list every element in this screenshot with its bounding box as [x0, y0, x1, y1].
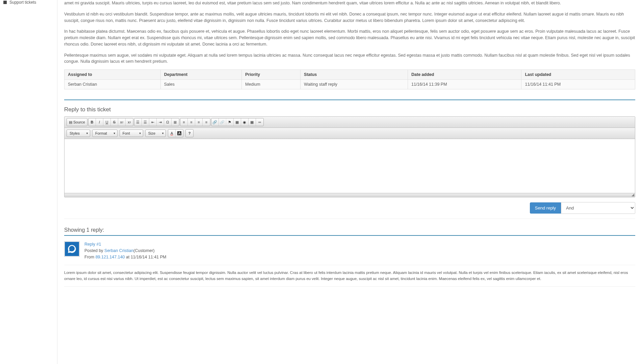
ticket-paragraph: amet mi gravida suscipit. Mauris ultrici… [64, 0, 635, 6]
globe-icon: ◉ [243, 120, 246, 124]
ticket-icon [3, 1, 7, 4]
editor-toolbar-row2: Styles ▼ Format ▼ Font ▼ Size ▼ A A [65, 128, 635, 139]
divider [64, 100, 635, 100]
link-button[interactable]: 🔗 [211, 118, 219, 126]
td-status: Waiting staff reply [301, 80, 408, 89]
action-select[interactable]: And [561, 202, 635, 214]
omega-icon: Ω [166, 120, 169, 124]
td-last-updated: 11/16/14 11:41 PM [521, 80, 635, 89]
link-icon: 🔗 [212, 120, 217, 124]
align-right-button[interactable]: ≡ [195, 118, 203, 126]
outdent-icon: ⇤ [151, 120, 154, 124]
subscript-button[interactable]: x2 [118, 118, 126, 126]
font-select[interactable]: Font ▼ [120, 130, 143, 137]
bold-button[interactable]: B [88, 118, 96, 126]
replies-title: Showing 1 reply: [64, 227, 635, 233]
format-select[interactable]: Format ▼ [92, 130, 118, 137]
rich-text-editor: ▤ Source B I U S x2 x2 ☰ ☰ ⇤ ⇥ [64, 116, 635, 197]
sidebar: Support tickets [0, 0, 57, 364]
unlink-icon: 🔗 [220, 120, 225, 124]
align-center-icon: ≡ [190, 120, 192, 124]
flag-icon: ⚑ [228, 120, 231, 124]
italic-button[interactable]: I [96, 118, 103, 126]
th-status: Status [301, 70, 408, 80]
chevron-down-icon: ▼ [139, 132, 142, 135]
text-color-button[interactable]: A [168, 130, 176, 137]
td-date-added: 11/16/14 11:39 PM [408, 80, 521, 89]
editor-toolbar-row1: ▤ Source B I U S x2 x2 ☰ ☰ ⇤ ⇥ [65, 117, 635, 128]
outdent-button[interactable]: ⇤ [149, 118, 157, 126]
superscript-button[interactable]: x2 [126, 118, 133, 126]
editor-resize-handle[interactable] [65, 193, 635, 197]
help-icon: ? [188, 131, 191, 135]
numbered-list-button[interactable]: ☰ [134, 118, 142, 126]
blockquote-button[interactable]: ⊞ [172, 118, 179, 126]
editor-textarea[interactable] [65, 139, 635, 193]
th-date-added: Date added [408, 70, 521, 80]
chevron-down-icon: ▼ [86, 132, 88, 135]
numbered-list-icon: ☰ [136, 120, 139, 124]
help-button[interactable]: ? [186, 130, 193, 137]
send-reply-button[interactable]: Send reply [530, 202, 561, 214]
image-icon: ▦ [235, 120, 239, 124]
sidebar-item-label: Support tickets [9, 0, 36, 5]
ticket-paragraph: Vestibulum id nibh eu orci vestibulum bl… [64, 11, 635, 24]
th-priority: Priority [242, 70, 301, 80]
strike-button[interactable]: S [111, 118, 118, 126]
avatar-icon [65, 242, 79, 256]
blockquote-icon: ⊞ [174, 120, 177, 124]
align-justify-button[interactable]: ≡ [203, 118, 210, 126]
chevron-down-icon: ▼ [113, 132, 116, 135]
bg-color-button[interactable]: A [176, 130, 183, 137]
reply-ip-link[interactable]: 89.121.147.140 [96, 255, 125, 259]
unlink-button[interactable]: 🔗 [219, 118, 226, 126]
align-left-button[interactable]: ≡ [180, 118, 188, 126]
td-priority: Medium [242, 80, 301, 89]
reply-actions: Send reply And [64, 197, 635, 219]
divider [64, 235, 635, 236]
text-color-icon: A [171, 131, 173, 135]
hr-icon: ═ [258, 120, 261, 124]
table-button[interactable]: ▦ [249, 118, 256, 126]
align-justify-icon: ≡ [205, 120, 207, 124]
ticket-body: amet mi gravida suscipit. Mauris ultrici… [64, 0, 635, 65]
embed-button[interactable]: ◉ [241, 118, 249, 126]
align-center-button[interactable]: ≡ [188, 118, 195, 126]
styles-select[interactable]: Styles ▼ [67, 130, 90, 137]
hr-button[interactable]: ═ [256, 118, 263, 126]
ticket-paragraph: Pellentesque maximus sem augue, vel soda… [64, 52, 635, 65]
ticket-meta-table: Assigned to Department Priority Status D… [64, 69, 635, 89]
bulleted-list-icon: ☰ [144, 120, 147, 124]
td-department: Sales [160, 80, 241, 89]
chevron-down-icon: ▼ [161, 132, 164, 135]
th-department: Department [160, 70, 241, 80]
reply-section-title: Reply to this ticket [64, 106, 635, 113]
image-button[interactable]: ▦ [234, 118, 241, 126]
main-content: amet mi gravida suscipit. Mauris ultrici… [57, 0, 642, 364]
divider [64, 286, 635, 287]
avatar [64, 241, 80, 257]
source-button[interactable]: ▤ Source [67, 118, 87, 126]
indent-icon: ⇥ [159, 120, 162, 124]
sidebar-item-support-tickets[interactable]: Support tickets [0, 0, 57, 8]
td-assigned-to: Serban Cristian [65, 80, 161, 89]
anchor-button[interactable]: ⚑ [226, 118, 234, 126]
th-assigned-to: Assigned to [65, 70, 161, 80]
indent-button[interactable]: ⇥ [157, 118, 164, 126]
bg-color-icon: A [177, 131, 181, 135]
bulleted-list-button[interactable]: ☰ [142, 118, 149, 126]
table-row: Serban Cristian Sales Medium Waiting sta… [65, 80, 635, 89]
table-icon: ▦ [250, 120, 254, 124]
special-char-button[interactable]: Ω [164, 118, 172, 126]
underline-button[interactable]: U [103, 118, 111, 126]
th-last-updated: Last updated [521, 70, 635, 80]
ticket-paragraph: In hac habitasse platea dictumst. Maecen… [64, 28, 635, 47]
reply-link[interactable]: Reply #1 [84, 242, 101, 247]
align-left-icon: ≡ [183, 120, 185, 124]
size-select[interactable]: Size ▼ [145, 130, 166, 137]
reply-content: Lorem ipsum dolor sit amet, consectetur … [64, 265, 635, 286]
reply-author-link[interactable]: Serban Cristian [104, 248, 133, 253]
reply-meta: Reply #1 Posted by Serban Cristian(Custo… [84, 241, 166, 260]
align-right-icon: ≡ [198, 120, 200, 124]
source-icon: ▤ [69, 120, 72, 124]
